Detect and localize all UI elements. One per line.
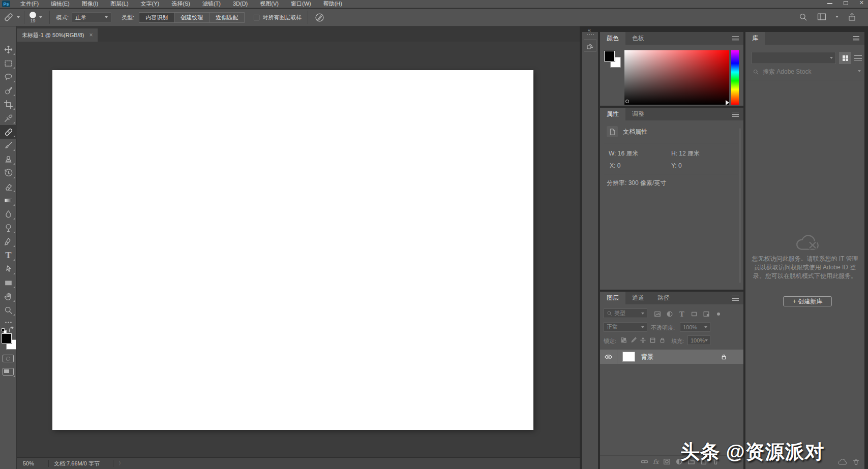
filter-adjustment-layers-icon[interactable] bbox=[666, 310, 673, 318]
filter-type-layers-icon[interactable]: T bbox=[679, 310, 684, 318]
rectangle-tool[interactable] bbox=[0, 276, 17, 290]
filter-pixel-layers-icon[interactable] bbox=[654, 310, 661, 318]
lock-all-icon[interactable] bbox=[659, 337, 666, 343]
quick-selection-tool[interactable] bbox=[0, 84, 17, 98]
path-selection-tool[interactable] bbox=[0, 262, 17, 276]
panel-menu-icon[interactable] bbox=[732, 36, 739, 41]
menu-window[interactable]: 窗口(W) bbox=[285, 0, 317, 8]
canvas-area[interactable] bbox=[17, 42, 580, 457]
mode-dropdown[interactable]: 正常 bbox=[72, 12, 111, 22]
brush-size-picker[interactable]: 19 bbox=[29, 12, 36, 23]
menu-image[interactable]: 图像(I) bbox=[76, 0, 104, 8]
lock-transparent-pixels-icon[interactable] bbox=[620, 337, 627, 343]
eyedropper-tool[interactable] bbox=[0, 111, 17, 125]
hand-tool[interactable] bbox=[0, 290, 17, 303]
pen-pressure-icon[interactable] bbox=[314, 12, 325, 23]
menu-type[interactable]: 文字(Y) bbox=[135, 0, 166, 8]
proximity-match-button[interactable]: 近似匹配 bbox=[209, 12, 245, 23]
lasso-tool[interactable] bbox=[0, 70, 17, 84]
sample-all-layers-toggle[interactable]: 对所有图层取样 bbox=[254, 14, 302, 21]
library-select-dropdown[interactable] bbox=[752, 52, 836, 64]
rectangular-marquee-tool[interactable] bbox=[0, 56, 17, 70]
scrollbar[interactable] bbox=[739, 128, 741, 283]
layer-visibility-eye-icon[interactable] bbox=[604, 354, 613, 360]
gradient-tool[interactable] bbox=[0, 194, 17, 207]
link-layers-icon[interactable] bbox=[641, 458, 648, 465]
clone-stamp-tool[interactable] bbox=[0, 152, 17, 166]
workspace-switcher-icon[interactable] bbox=[817, 12, 827, 22]
default-colors-icon[interactable] bbox=[2, 328, 7, 333]
menu-3d[interactable]: 3D(D) bbox=[227, 0, 254, 8]
close-tab-icon[interactable]: × bbox=[89, 32, 93, 39]
dodge-tool[interactable] bbox=[0, 221, 17, 235]
menu-view[interactable]: 视图(V) bbox=[254, 0, 285, 8]
chevron-down-icon[interactable] bbox=[858, 70, 861, 72]
create-new-library-button[interactable]: + 创建新库 bbox=[783, 296, 832, 306]
tool-preset-picker[interactable] bbox=[3, 12, 20, 23]
pen-tool[interactable] bbox=[0, 235, 17, 248]
layer-row-background[interactable]: 背景 bbox=[600, 350, 743, 364]
quick-mask-button[interactable] bbox=[3, 355, 14, 362]
share-icon[interactable] bbox=[847, 12, 857, 22]
filter-shape-layers-icon[interactable] bbox=[691, 310, 698, 318]
tab-swatches[interactable]: 色板 bbox=[625, 32, 651, 45]
panel-menu-icon[interactable] bbox=[853, 36, 859, 41]
library-delete-icon[interactable] bbox=[852, 458, 860, 466]
swap-colors-icon[interactable] bbox=[9, 326, 15, 333]
spot-healing-brush-tool[interactable] bbox=[0, 125, 17, 139]
tab-adjustments[interactable]: 调整 bbox=[625, 108, 651, 120]
hue-spectrum-slider[interactable] bbox=[731, 50, 739, 105]
layer-effects-icon[interactable]: fx bbox=[653, 458, 659, 465]
list-view-button[interactable] bbox=[854, 55, 862, 60]
brush-tool[interactable] bbox=[0, 139, 17, 152]
zoom-level-field[interactable]: 50% bbox=[23, 460, 34, 466]
blend-mode-dropdown[interactable]: 正常 bbox=[604, 322, 647, 332]
minimize-button[interactable] bbox=[827, 3, 832, 4]
edit-toolbar-button[interactable] bbox=[0, 317, 17, 327]
move-tool[interactable] bbox=[0, 43, 17, 56]
menu-edit[interactable]: 编辑(E) bbox=[45, 0, 76, 8]
content-aware-button[interactable]: 内容识别 bbox=[139, 12, 174, 23]
history-brush-tool[interactable] bbox=[0, 166, 17, 180]
library-search-input[interactable]: 搜索 Adobe Stock bbox=[763, 68, 811, 76]
filter-smart-objects-icon[interactable] bbox=[703, 310, 710, 318]
grid-view-button[interactable] bbox=[839, 52, 851, 64]
close-button[interactable]: ✕ bbox=[859, 0, 864, 5]
tab-channels[interactable]: 通道 bbox=[625, 292, 651, 304]
menu-file[interactable]: 文件(F) bbox=[14, 0, 45, 8]
opacity-field[interactable]: 100% bbox=[680, 322, 710, 332]
history-panel-icon[interactable] bbox=[584, 39, 596, 52]
blur-tool[interactable] bbox=[0, 207, 17, 221]
tab-properties[interactable]: 属性 bbox=[600, 108, 625, 120]
tab-color[interactable]: 颜色 bbox=[600, 32, 625, 45]
menu-help[interactable]: 帮助(H) bbox=[317, 0, 348, 8]
library-sync-icon[interactable] bbox=[838, 459, 847, 466]
lock-artboard-icon[interactable] bbox=[649, 337, 656, 343]
menu-layer[interactable]: 图层(L) bbox=[104, 0, 134, 8]
color-field[interactable] bbox=[624, 50, 729, 105]
create-texture-button[interactable]: 创建纹理 bbox=[174, 12, 209, 23]
layer-thumbnail[interactable] bbox=[622, 352, 635, 362]
layer-filter-dropdown[interactable]: 类型 bbox=[604, 308, 647, 318]
chevron-down-icon[interactable] bbox=[39, 16, 42, 18]
crop-tool[interactable] bbox=[0, 98, 17, 111]
search-icon[interactable] bbox=[798, 12, 808, 22]
maximize-button[interactable] bbox=[844, 1, 848, 5]
sample-all-layers-checkbox[interactable] bbox=[254, 15, 259, 20]
fill-field[interactable]: 100% bbox=[687, 335, 710, 345]
add-layer-mask-icon[interactable] bbox=[663, 458, 671, 465]
tab-libraries[interactable]: 库 bbox=[745, 32, 765, 45]
chevron-down-icon[interactable] bbox=[835, 16, 839, 18]
panel-menu-icon[interactable] bbox=[732, 112, 739, 117]
layer-name[interactable]: 背景 bbox=[641, 353, 653, 361]
document-canvas[interactable] bbox=[52, 70, 533, 430]
menu-select[interactable]: 选择(S) bbox=[165, 0, 196, 8]
status-options-chevron-icon[interactable]: 〉 bbox=[118, 460, 124, 467]
document-tab[interactable]: 未标题-1 @ 50%(RGB/8) × bbox=[17, 28, 98, 42]
eraser-tool[interactable] bbox=[0, 180, 17, 194]
menu-filter[interactable]: 滤镜(T) bbox=[196, 0, 227, 8]
panel-menu-icon[interactable] bbox=[732, 296, 739, 301]
zoom-tool[interactable] bbox=[0, 303, 17, 317]
tab-paths[interactable]: 路径 bbox=[651, 292, 676, 304]
screen-mode-button[interactable] bbox=[3, 368, 14, 376]
